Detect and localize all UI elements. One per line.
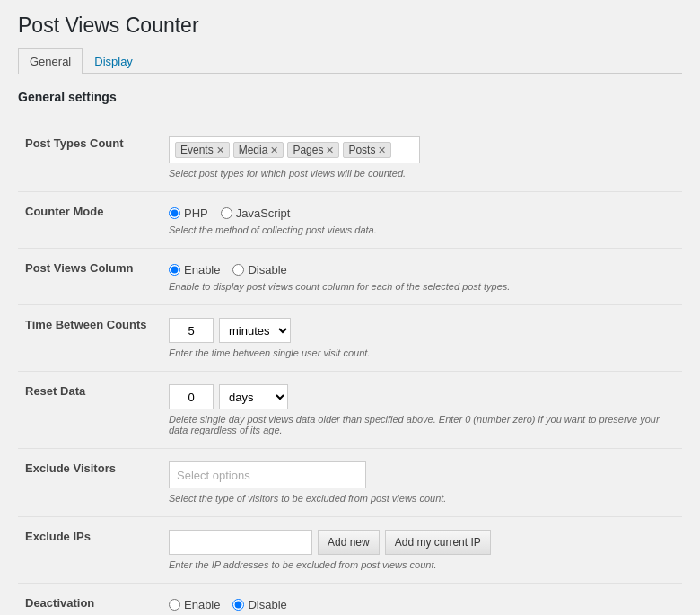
row-counter-mode: Counter Mode PHP JavaScript Select the m… [18,192,682,249]
help-exclude-visitors: Select the type of visitors to be exclud… [169,493,675,504]
value-reset-data: days weeks months Delete single day post… [162,372,682,449]
ip-row: Add new Add my current IP [169,530,675,555]
value-exclude-ips: Add new Add my current IP Enter the IP a… [162,517,682,584]
tag-posts: Posts ✕ [343,142,391,158]
radio-deactivation-enable[interactable] [169,599,180,611]
label-counter-mode: Counter Mode [18,192,162,249]
tag-remove-posts[interactable]: ✕ [378,145,386,156]
value-time-between: minutes hours days Enter the time betwee… [162,305,682,372]
value-post-types: Events ✕ Media ✕ Pages ✕ Posts ✕ [162,124,682,192]
help-post-types: Select post types for which post views w… [169,168,675,179]
label-exclude-visitors: Exclude Visitors [18,449,162,517]
radio-enable-column[interactable] [169,264,180,276]
tab-general[interactable]: General [18,48,83,74]
radio-option-deactivation-disable[interactable]: Disable [232,598,286,611]
row-exclude-ips: Exclude IPs Add new Add my current IP En… [18,517,682,584]
row-post-types: Post Types Count Events ✕ Media ✕ Pages … [18,124,682,192]
add-new-ip-button[interactable]: Add new [318,530,380,555]
page-title: Post Views Counter [18,13,682,38]
add-current-ip-button[interactable]: Add my current IP [385,530,491,555]
reset-data-input[interactable] [169,384,214,409]
counter-mode-radio-group: PHP JavaScript [169,205,675,220]
row-time-between: Time Between Counts minutes hours days E… [18,305,682,372]
radio-option-deactivation-enable[interactable]: Enable [169,598,220,611]
label-reset-data: Reset Data [18,372,162,449]
radio-php[interactable] [169,207,180,219]
radio-deactivation-enable-label: Enable [184,598,220,611]
tag-media: Media ✕ [233,142,284,158]
time-between-input[interactable] [169,318,214,343]
radio-option-php[interactable]: PHP [169,206,208,220]
radio-deactivation-disable[interactable] [232,599,244,611]
value-deactivation: Enable Disable Enable to delete all plug… [162,584,682,616]
row-deactivation: Deactivation Enable Disable Enable to de… [18,584,682,616]
row-reset-data: Reset Data days weeks months Delete sing… [18,372,682,449]
settings-table: Post Types Count Events ✕ Media ✕ Pages … [18,124,682,615]
row-post-views-column: Post Views Column Enable Disable Enable … [18,249,682,305]
radio-disable-column[interactable] [232,264,244,276]
radio-php-label: PHP [184,206,208,220]
label-post-types: Post Types Count [18,124,162,192]
deactivation-radio-group: Enable Disable [169,596,675,611]
radio-option-enable-column[interactable]: Enable [169,263,220,277]
radio-disable-label: Disable [248,263,286,277]
radio-deactivation-disable-label: Disable [248,598,286,611]
tag-pages: Pages ✕ [287,142,339,158]
label-deactivation: Deactivation [18,584,162,616]
radio-option-javascript[interactable]: JavaScript [221,206,291,220]
radio-javascript[interactable] [221,207,232,219]
value-post-views-column: Enable Disable Enable to display post vi… [162,249,682,305]
reset-data-row: days weeks months [169,384,675,409]
help-post-views-column: Enable to display post views count colum… [169,281,675,292]
radio-javascript-label: JavaScript [236,206,291,220]
help-exclude-ips: Enter the IP addresses to be excluded fr… [169,559,675,570]
exclude-visitors-select[interactable]: Select options [169,461,366,488]
label-time-between: Time Between Counts [18,305,162,372]
radio-option-disable-column[interactable]: Disable [232,263,286,277]
tag-remove-events[interactable]: ✕ [216,145,224,156]
label-exclude-ips: Exclude IPs [18,517,162,584]
tag-events: Events ✕ [175,142,230,158]
tag-remove-pages[interactable]: ✕ [326,145,334,156]
reset-data-unit-select[interactable]: days weeks months [219,384,288,409]
exclude-visitors-placeholder: Select options [177,469,250,482]
tab-bar: General Display [18,48,682,74]
ip-input[interactable] [169,530,312,555]
row-exclude-visitors: Exclude Visitors Select options Select t… [18,449,682,517]
tag-remove-media[interactable]: ✕ [270,145,278,156]
radio-enable-label: Enable [184,263,220,277]
post-views-column-radio-group: Enable Disable [169,261,675,277]
time-between-row: minutes hours days [169,318,675,343]
help-reset-data: Delete single day post views data older … [169,414,675,435]
section-title: General settings [18,90,682,110]
help-time-between: Enter the time between single user visit… [169,347,675,358]
help-counter-mode: Select the method of collecting post vie… [169,224,675,235]
tag-container[interactable]: Events ✕ Media ✕ Pages ✕ Posts ✕ [169,136,420,163]
tab-display[interactable]: Display [83,48,144,74]
label-post-views-column: Post Views Column [18,249,162,305]
time-between-unit-select[interactable]: minutes hours days [219,318,291,343]
value-exclude-visitors: Select options Select the type of visito… [162,449,682,517]
value-counter-mode: PHP JavaScript Select the method of coll… [162,192,682,249]
